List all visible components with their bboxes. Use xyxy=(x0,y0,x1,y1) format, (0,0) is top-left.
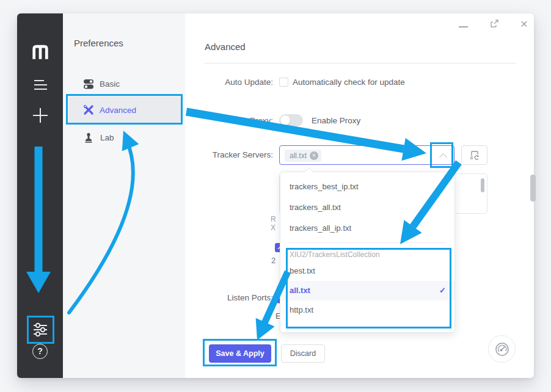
speedometer-icon xyxy=(494,341,510,357)
textarea-scrollbar[interactable] xyxy=(481,178,484,192)
speed-limit-button[interactable] xyxy=(488,335,516,363)
nav-item-advanced[interactable]: Advanced xyxy=(83,101,136,119)
page-title: Advanced xyxy=(205,42,246,52)
auto-update-label: Auto Update: xyxy=(175,78,273,87)
dropdown-item-label: trackers_all_ip.txt xyxy=(290,223,351,233)
listen-ports-label: Listen Ports: xyxy=(175,293,273,302)
occluded-text-line3: 2 xyxy=(271,256,276,265)
preferences-panel-title: Preferences xyxy=(74,38,123,48)
check-icon: ✓ xyxy=(439,281,446,300)
dropdown-item-label: http.txt xyxy=(290,305,313,314)
app-sidebar: ? xyxy=(17,13,63,378)
sync-trackers-button[interactable] xyxy=(461,145,487,165)
dropdown-item-label: best.txt xyxy=(290,266,315,275)
nav-label-basic: Basic xyxy=(100,79,120,89)
dropdown-item-selected[interactable]: all.txt ✓ xyxy=(280,281,454,300)
task-list-icon[interactable] xyxy=(17,78,63,92)
dropdown-item-label: trackers_all.txt xyxy=(290,203,341,212)
dropdown-item-label: all.txt xyxy=(290,286,310,295)
proxy-toggle[interactable] xyxy=(279,114,303,126)
preferences-icon[interactable] xyxy=(17,321,63,339)
occluded-text-line1: R xyxy=(271,215,276,223)
dropdown-item-label: trackers_best_ip.txt xyxy=(290,182,359,191)
help-icon[interactable]: ? xyxy=(17,344,63,359)
motrix-logo-icon xyxy=(17,44,63,60)
dropdown-item[interactable]: http.txt xyxy=(280,300,454,320)
proxy-label: Proxy: xyxy=(175,116,273,125)
auto-update-checkbox-label[interactable]: Automatically check for update xyxy=(293,78,405,87)
question-mark-glyph: ? xyxy=(32,344,48,359)
minimize-button[interactable] xyxy=(459,26,468,27)
nav-label-lab: Lab xyxy=(100,133,114,142)
tracker-tag: all.txt × xyxy=(285,150,321,162)
restore-button[interactable] xyxy=(490,19,499,31)
auto-update-checkbox[interactable] xyxy=(279,78,288,87)
add-task-icon[interactable] xyxy=(17,106,63,125)
dropdown-item[interactable]: trackers_all.txt xyxy=(280,197,454,218)
chevron-up-icon[interactable] xyxy=(439,153,447,161)
basic-toggles-icon xyxy=(83,79,94,89)
advanced-tools-icon xyxy=(83,104,94,115)
tag-remove-icon[interactable]: × xyxy=(310,151,318,160)
nav-item-lab[interactable]: Lab xyxy=(84,128,114,147)
title-divider xyxy=(205,63,516,64)
lab-stamp-icon xyxy=(84,132,93,143)
save-apply-button[interactable]: Save & Apply xyxy=(209,344,271,363)
tracker-servers-label: Tracker Servers: xyxy=(175,150,273,159)
close-button[interactable]: ✕ xyxy=(517,17,531,32)
screenshot-stage: ? Preferences Basic Advanced xyxy=(0,0,551,392)
occluded-text-line2: X xyxy=(271,223,276,232)
dropdown-group-header: XIU2/TrackersListCollection xyxy=(280,243,454,261)
dropdown-item[interactable]: best.txt xyxy=(280,261,454,281)
motrix-preferences-window: ? Preferences Basic Advanced xyxy=(17,13,534,378)
sync-icon xyxy=(469,150,480,160)
nav-label-advanced: Advanced xyxy=(100,106,136,115)
proxy-toggle-label: Enable Proxy xyxy=(312,116,360,125)
preferences-nav-panel xyxy=(63,13,185,378)
dropdown-item[interactable]: trackers_all_ip.txt xyxy=(280,218,454,239)
dropdown-item[interactable]: trackers_best_ip.txt xyxy=(280,176,454,197)
discard-button[interactable]: Discard xyxy=(281,344,325,363)
content-scrollbar[interactable] xyxy=(530,175,536,201)
tracker-tag-label: all.txt xyxy=(290,151,307,160)
tracker-select-input[interactable]: all.txt × xyxy=(279,145,454,165)
toggle-knob xyxy=(280,115,290,125)
nav-item-basic[interactable]: Basic xyxy=(83,74,120,93)
tracker-dropdown: trackers_best_ip.txt trackers_all.txt tr… xyxy=(280,172,455,333)
